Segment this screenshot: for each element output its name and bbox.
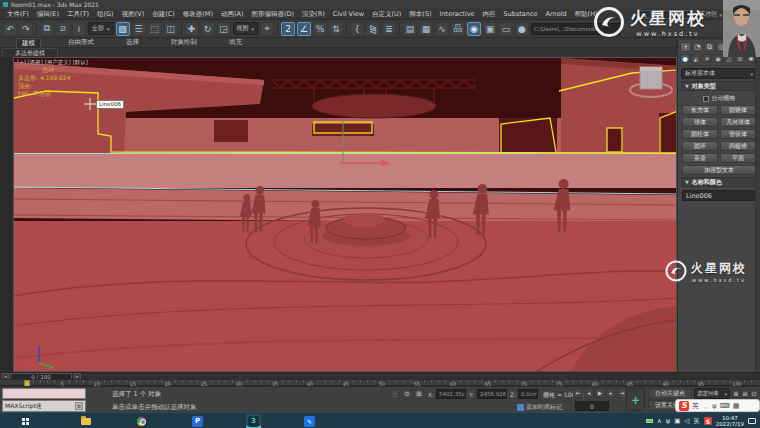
object-name-input[interactable]: [682, 190, 760, 201]
scale-icon[interactable]: ◲: [217, 22, 231, 36]
angle-snap-icon[interactable]: ∠: [297, 22, 311, 36]
y-coordinate-field[interactable]: 2456.926cm: [477, 389, 507, 399]
sphere-button[interactable]: 球体: [682, 117, 718, 127]
zoom-extents-icon[interactable]: ⊡: [750, 389, 758, 398]
reference-coordsys-dropdown[interactable]: 视图▾: [233, 22, 259, 35]
unlink-icon[interactable]: ⧄: [56, 22, 70, 36]
redo-icon[interactable]: ↷: [19, 22, 33, 36]
menu-substance[interactable]: Substance: [500, 10, 542, 18]
bind-spacewarp-icon[interactable]: ≀: [72, 22, 86, 36]
plane-button[interactable]: 平面: [720, 153, 756, 163]
maxscript-mini-listener[interactable]: MAXScript迷 ≣: [2, 400, 86, 412]
geometry-category-dropdown[interactable]: 标准基本体▾: [681, 68, 757, 79]
render-frame-icon[interactable]: ▭: [499, 22, 513, 36]
menu-scripting[interactable]: 脚本(S): [405, 10, 435, 19]
chrome-button[interactable]: [134, 414, 149, 428]
menu-animation[interactable]: 动画(A): [217, 10, 248, 19]
align-icon[interactable]: ≣: [382, 22, 396, 36]
notes-app-button[interactable]: ✎: [302, 414, 317, 428]
menu-customize[interactable]: 自定义(U): [368, 10, 405, 19]
3dsmax-taskbar-button[interactable]: 3: [246, 414, 261, 428]
torus-button[interactable]: 圆环: [682, 141, 718, 151]
cylinder-button[interactable]: 圆柱体: [682, 129, 718, 139]
x-coordinate-field[interactable]: 5401.35cm: [436, 389, 466, 399]
voice-input-icon[interactable]: ψ: [712, 401, 717, 411]
file-explorer-button[interactable]: [78, 414, 93, 428]
menu-group[interactable]: 组(G): [93, 10, 118, 19]
menu-interactive[interactable]: Interactive: [436, 10, 479, 18]
cameras-icon[interactable]: ◉: [713, 54, 723, 63]
geosphere-button[interactable]: 几何球体: [720, 117, 756, 127]
add-time-tag-button[interactable]: 添加时间标记: [517, 403, 562, 412]
window-crossing-icon[interactable]: ◫: [164, 22, 178, 36]
curve-editor-icon[interactable]: ∿: [435, 22, 449, 36]
shapes-icon[interactable]: ◭: [691, 54, 701, 63]
tab-populate[interactable]: 填充: [224, 38, 247, 48]
action-center-icon[interactable]: [748, 418, 756, 424]
ribbon-toggle-icon[interactable]: ▦: [419, 22, 433, 36]
select-by-name-icon[interactable]: ☰: [132, 22, 146, 36]
punctuation-icon[interactable]: ，: [702, 401, 709, 411]
macro-recorder-field[interactable]: [2, 388, 86, 399]
create-tab-icon[interactable]: ＋: [680, 42, 691, 52]
rotate-icon[interactable]: ↻: [201, 22, 215, 36]
listener-menu-icon[interactable]: ≣: [75, 402, 83, 410]
selection-filter-dropdown[interactable]: 全部▾: [88, 22, 114, 35]
render-icon[interactable]: ●: [515, 22, 529, 36]
previous-frame-icon[interactable]: ◂: [584, 388, 594, 398]
current-frame-field[interactable]: 0: [575, 401, 609, 411]
menu-arnold[interactable]: Arnold: [542, 10, 571, 18]
autogrid-checkbox[interactable]: [703, 96, 709, 102]
layer-manager-icon[interactable]: ▤: [403, 22, 417, 36]
selection-lock-icon[interactable]: ⊙: [402, 389, 412, 399]
named-selection-icon[interactable]: {: [350, 22, 364, 36]
ime-lang-indicator[interactable]: 英: [693, 417, 700, 426]
menu-graph-editors[interactable]: 图形编辑器(D): [248, 10, 299, 19]
textplus-button[interactable]: 加强型文本: [682, 165, 756, 175]
set-key-big-button[interactable]: ＋: [626, 388, 645, 411]
app-p-button[interactable]: P: [190, 414, 205, 428]
sogou-tray-icon[interactable]: S: [704, 417, 712, 425]
undo-icon[interactable]: ↶: [3, 22, 17, 36]
snap-toggle-icon[interactable]: 2: [281, 22, 295, 36]
zoom-icon[interactable]: ⊕: [732, 389, 740, 398]
microphone-icon[interactable]: ψ: [666, 417, 670, 425]
menu-civil-view[interactable]: Civil View: [329, 10, 368, 18]
lights-icon[interactable]: ☀: [702, 54, 712, 63]
menu-file[interactable]: 文件(F): [3, 10, 33, 19]
start-button[interactable]: [18, 414, 33, 428]
hierarchy-tab-icon[interactable]: ⧉: [704, 42, 715, 52]
modify-tab-icon[interactable]: ◔: [692, 42, 703, 52]
teapot-button[interactable]: 茶壶: [682, 153, 718, 163]
volume-icon[interactable]: ◁: [684, 417, 689, 425]
box-button[interactable]: 长方体: [682, 105, 718, 115]
name-color-rollout[interactable]: ▼ 名称和颜色: [681, 177, 757, 187]
cone-button[interactable]: 圆锥体: [720, 105, 756, 115]
sogou-logo-icon[interactable]: S: [679, 401, 689, 411]
taskbar-clock[interactable]: 10:47 2022/7/19: [716, 415, 744, 428]
tab-polygon-modeling[interactable]: 多边形建模: [2, 48, 58, 57]
tab-selection[interactable]: 选择: [121, 38, 144, 48]
move-icon[interactable]: ✚: [185, 22, 199, 36]
menu-modifiers[interactable]: 修改器(M): [179, 10, 217, 19]
use-pivot-icon[interactable]: ⌖: [260, 22, 274, 36]
pyramid-button[interactable]: 四棱锥: [720, 141, 756, 151]
menu-create[interactable]: 创建(C): [148, 10, 179, 19]
menu-content[interactable]: 内容: [479, 10, 500, 19]
percent-snap-icon[interactable]: %: [313, 22, 327, 36]
object-type-rollout[interactable]: ▼ 对象类型: [681, 81, 757, 91]
absolute-mode-icon[interactable]: ⊞: [414, 389, 424, 399]
render-setup-icon[interactable]: ▣: [483, 22, 497, 36]
select-object-icon[interactable]: ▧: [116, 22, 130, 36]
sogou-toolbox-icon[interactable]: ▦: [733, 401, 740, 411]
tab-modeling[interactable]: 建模: [16, 38, 41, 48]
material-editor-icon[interactable]: ◉: [467, 22, 481, 36]
tab-freeform[interactable]: 自由形式: [63, 38, 99, 48]
perspective-viewport[interactable]: [+] [透视] [用户定义] [默认] 总计 多边形: 4,199,624 顶…: [13, 57, 677, 372]
menu-rendering[interactable]: 渲染(R): [298, 10, 329, 19]
input-lang-icon[interactable]: 英: [692, 401, 699, 411]
rect-region-icon[interactable]: ⬚: [148, 22, 162, 36]
chat-app-icon[interactable]: ▣: [674, 417, 680, 425]
schematic-view-icon[interactable]: 品: [451, 22, 465, 36]
viewport-label[interactable]: [+] [透视] [用户定义] [默认]: [17, 59, 88, 66]
